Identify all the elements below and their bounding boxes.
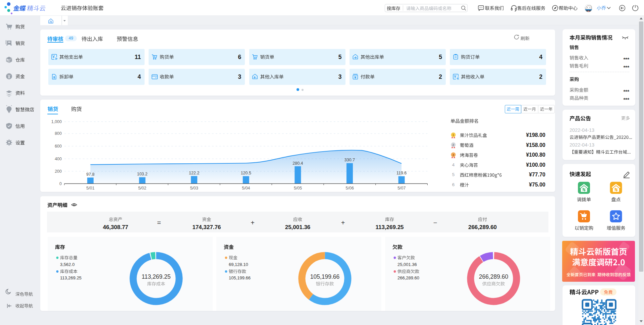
svg-text:97.8: 97.8 bbox=[86, 172, 94, 177]
svg-text:400: 400 bbox=[55, 157, 62, 161]
svg-text:330.7: 330.7 bbox=[344, 158, 355, 162]
svg-text:5/01: 5/01 bbox=[86, 186, 94, 191]
svg-text:5/03: 5/03 bbox=[190, 186, 198, 191]
svg-text:122.2: 122.2 bbox=[189, 171, 199, 175]
svg-text:0: 0 bbox=[59, 181, 62, 186]
svg-text:800: 800 bbox=[55, 131, 62, 136]
svg-text:103.2: 103.2 bbox=[137, 172, 147, 176]
svg-text:5/06: 5/06 bbox=[346, 186, 354, 191]
svg-text:119.6: 119.6 bbox=[396, 171, 407, 175]
svg-text:5/05: 5/05 bbox=[294, 186, 302, 191]
svg-text:5/04: 5/04 bbox=[242, 186, 250, 191]
svg-text:280.4: 280.4 bbox=[292, 161, 303, 166]
svg-text:200: 200 bbox=[55, 169, 62, 174]
svg-text:5/02: 5/02 bbox=[138, 186, 146, 191]
svg-text:120.5: 120.5 bbox=[241, 171, 251, 175]
svg-text:5/07: 5/07 bbox=[397, 186, 406, 191]
svg-text:1,000: 1,000 bbox=[51, 119, 62, 124]
svg-text:600: 600 bbox=[55, 144, 62, 149]
